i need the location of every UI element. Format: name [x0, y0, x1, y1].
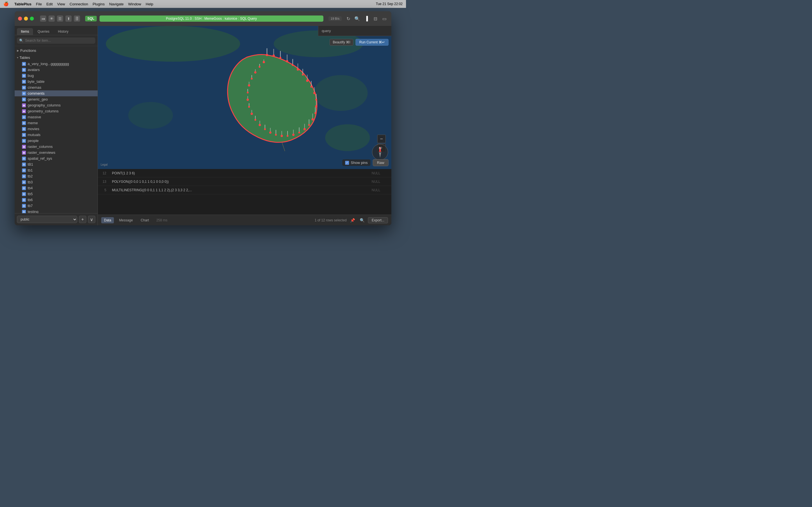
connection-info: PostgreSQL 11.0 : SSH : MemeGoos : katon… [100, 15, 323, 22]
search-results-icon[interactable]: 🔍 [358, 217, 366, 224]
table-item-people[interactable]: ⊞ people [15, 138, 98, 144]
editor-toolbar: Beautify ⌘I Run Current ⌘↵ [329, 39, 389, 46]
table-item-spatial-ref-sys[interactable]: ⊞ spatial_ref_sys [15, 156, 98, 161]
maximize-button[interactable] [30, 17, 34, 20]
table-name: bug [28, 73, 34, 78]
tab-queries[interactable]: Queries [34, 28, 53, 35]
sidebar-search: 🔍 [15, 35, 98, 46]
table-item-geometry-columns[interactable]: ◉ geometry_columns [15, 108, 98, 114]
table-name: generic_geo [28, 97, 48, 101]
svg-point-52 [314, 112, 316, 114]
table-row[interactable]: 12 POINT(1 2 3 6) NULL [98, 169, 391, 177]
menu-window[interactable]: Window [128, 2, 141, 6]
table-item-raster-overviews[interactable]: ◉ raster_overviews [15, 150, 98, 156]
row-null: NULL [369, 188, 391, 192]
bottom-area: 12 POINT(1 2 3 6) NULL 13 POLYGON((0 0,0… [98, 169, 391, 225]
table-item-comments[interactable]: ⊞ comments [15, 91, 98, 96]
table-item-tB1[interactable]: ⊞ tB1 [15, 161, 98, 167]
tab-history[interactable]: History [54, 28, 72, 35]
table-item-tb4[interactable]: ⊞ tb4 [15, 185, 98, 191]
menu-navigate[interactable]: Navigate [109, 2, 123, 6]
apple-menu[interactable]: 🍎 [3, 1, 9, 6]
search-wrap: 🔍 [17, 38, 95, 44]
svg-point-46 [302, 74, 304, 75]
table-item-mutuals[interactable]: ⊞ mutuals [15, 132, 98, 138]
refresh-icon[interactable]: ↻ [345, 15, 352, 22]
table-item-tb5[interactable]: ⊞ tb5 [15, 191, 98, 197]
panel-icon[interactable]: ▭ [380, 15, 388, 22]
more-button[interactable]: ∨ [88, 216, 95, 223]
app-name[interactable]: TablePlus [14, 2, 31, 6]
table-item-a-very-long[interactable]: ⊞ a_very_long...ggggggggg [15, 61, 98, 67]
schema-select[interactable]: public [17, 216, 77, 223]
show-pins-label: Show pins [351, 161, 368, 165]
eye-icon[interactable]: 👁 [49, 15, 55, 22]
search-icon[interactable]: 🔍 [354, 15, 361, 22]
share-icon[interactable]: ⬆ [65, 15, 71, 22]
pin-icon[interactable]: 📌 [349, 217, 356, 224]
menu-view[interactable]: View [57, 2, 65, 6]
sidebar-toggle-icon[interactable]: ▐ [363, 15, 370, 22]
run-current-button[interactable]: Run Current ⌘↵ [356, 39, 389, 46]
add-button[interactable]: + [79, 216, 86, 223]
svg-point-53 [312, 118, 314, 121]
geo-icon: ◉ [22, 151, 26, 155]
table-item-avatars[interactable]: ⊞ avatars [15, 67, 98, 73]
svg-point-5 [128, 102, 173, 129]
menu-help[interactable]: Help [146, 2, 153, 6]
table-item-byte-table[interactable]: ⊞ byte_table [15, 78, 98, 84]
svg-point-3 [314, 75, 368, 111]
table-item-raster-columns[interactable]: ◉ raster_columns [15, 144, 98, 150]
table-item-tb1[interactable]: ⊞ tb1 [15, 167, 98, 173]
database-icon[interactable]: 🗄 [74, 15, 80, 22]
table-item-movies[interactable]: ⊞ movies [15, 126, 98, 132]
table-item-tb3[interactable]: ⊞ tb3 [15, 179, 98, 185]
menu-plugins[interactable]: Plugins [93, 2, 105, 6]
zoom-out-button[interactable]: − [377, 135, 386, 143]
table-item-tb7[interactable]: ⊞ tb7 [15, 203, 98, 209]
tab-message[interactable]: Message [116, 217, 136, 223]
minimize-button[interactable] [24, 17, 28, 20]
table-item-tb6[interactable]: ⊞ tb6 [15, 197, 98, 203]
close-button[interactable] [18, 17, 22, 20]
grid-icon: ⊞ [22, 68, 26, 72]
raw-button[interactable]: Raw [373, 159, 389, 166]
nav-back-icon[interactable]: ⏮ [40, 15, 46, 22]
query-header: query [318, 26, 391, 36]
menu-connection[interactable]: Connection [70, 2, 88, 6]
search-icon: 🔍 [19, 39, 23, 43]
layout-icon[interactable]: ☰ [57, 15, 63, 22]
chevron-down-icon: ▾ [17, 56, 18, 59]
functions-header[interactable]: ▶ Functions [15, 47, 98, 54]
row-geo: POINT(1 2 3 6) [109, 171, 369, 175]
menu-edit[interactable]: Edit [46, 2, 52, 6]
search-input[interactable] [25, 39, 93, 43]
show-pins-checkbox[interactable]: ✓ [345, 161, 349, 165]
tables-label: Tables [19, 55, 30, 60]
row-status: 1 of 12 rows selected [315, 218, 347, 222]
table-row[interactable]: 5 MULTILINESTRING((0 0 0,1 1 1,1 2 2),(2… [98, 186, 391, 194]
sql-badge: SQL [85, 16, 97, 21]
tab-chart[interactable]: Chart [138, 217, 152, 223]
export-button[interactable]: Export... [368, 217, 388, 223]
tab-items[interactable]: Items [17, 28, 33, 35]
table-row[interactable]: 13 POLYGON((0 0,0 1 0,1 1 0,1 0 0,0 0)) … [98, 177, 391, 186]
table-item-generic-geo[interactable]: ⊞ generic_geo [15, 96, 98, 102]
tables-header[interactable]: ▾ Tables [15, 54, 98, 61]
table-item-bug[interactable]: ⊞ bug [15, 73, 98, 78]
svg-point-47 [306, 80, 308, 82]
table-item-meme[interactable]: ⊞ meme [15, 120, 98, 126]
table-item-geography-columns[interactable]: ◉ geography_columns [15, 102, 98, 108]
menu-file[interactable]: File [36, 2, 42, 6]
row-null: NULL [369, 171, 391, 175]
beautify-button[interactable]: Beautify ⌘I [329, 39, 353, 46]
split-view-icon[interactable]: ⊟ [371, 15, 379, 22]
table-item-testing[interactable]: ⊞ testing [15, 209, 98, 213]
table-item-cinemas[interactable]: ⊞ cinemas [15, 84, 98, 91]
tab-data[interactable]: Data [101, 217, 114, 223]
titlebar-icons: ⏮ 👁 ☰ ⬆ 🗄 [40, 15, 80, 22]
compass: N [371, 144, 389, 161]
table-item-massive[interactable]: ⊞ massive [15, 114, 98, 120]
table-item-tb2[interactable]: ⊞ tb2 [15, 173, 98, 179]
svg-point-64 [254, 119, 256, 121]
